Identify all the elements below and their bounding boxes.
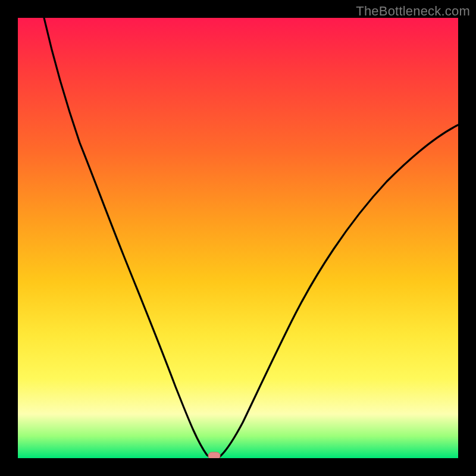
- minimum-marker: [208, 452, 220, 458]
- watermark-text: TheBottleneck.com: [356, 4, 470, 19]
- chart-frame: TheBottleneck.com: [0, 0, 476, 476]
- plot-area: [18, 18, 458, 458]
- bottleneck-curve: [18, 18, 458, 458]
- curve-path: [44, 18, 458, 458]
